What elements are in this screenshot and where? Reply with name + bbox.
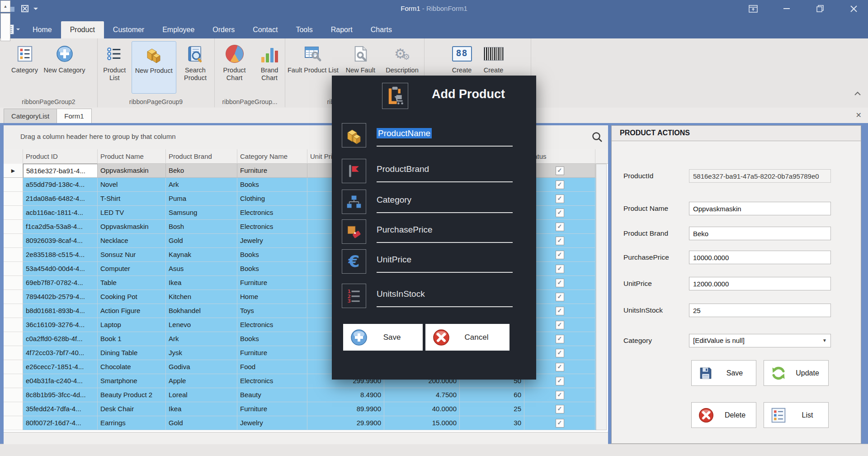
column-header-product-name[interactable]: Product Name <box>98 149 166 164</box>
cell-brand[interactable]: Asus <box>166 262 237 276</box>
category-dropdown[interactable]: [EditValue is null]▼ <box>689 334 831 347</box>
status-checkbox[interactable]: ✓ <box>556 166 564 175</box>
cell-id[interactable]: 7894402b-2579-4... <box>23 290 98 304</box>
cell-units[interactable]: 60 <box>460 388 524 402</box>
ribbon-button-category[interactable]: Category <box>9 41 41 94</box>
dialog-save-button[interactable]: Save <box>343 324 423 351</box>
cell-unit-price[interactable]: 89.9900 <box>307 402 384 416</box>
status-checkbox[interactable]: ✓ <box>556 237 564 245</box>
status-checkbox[interactable]: ✓ <box>556 265 564 273</box>
cell-category[interactable]: Electronics <box>237 206 307 220</box>
horizontal-scrollbar[interactable] <box>4 432 608 444</box>
cell-name[interactable]: Oppvaskmaskin <box>98 164 166 178</box>
status-checkbox[interactable]: ✓ <box>556 279 564 287</box>
status-checkbox[interactable]: ✓ <box>556 405 564 413</box>
scroll-up-icon[interactable]: ▲ <box>0 0 10 12</box>
status-checkbox[interactable]: ✓ <box>556 391 564 399</box>
ribbon-tab-home[interactable]: Home <box>24 21 61 38</box>
cell-name[interactable]: Action Figure <box>98 304 166 318</box>
cell-category[interactable]: Furniture <box>237 402 307 416</box>
document-tab-form1[interactable]: Form1 <box>57 109 91 123</box>
cell-status[interactable]: ✓ <box>524 416 595 430</box>
cell-category[interactable]: Books <box>237 332 307 346</box>
cell-brand[interactable]: Puma <box>166 192 237 206</box>
cell-category[interactable]: Toys <box>237 304 307 318</box>
panel-input-product-brand[interactable] <box>689 227 831 240</box>
status-checkbox[interactable]: ✓ <box>556 321 564 329</box>
cell-id[interactable]: a55dd79d-138c-4... <box>23 178 98 192</box>
field-text-productname[interactable]: ProductName <box>377 128 432 138</box>
cell-name[interactable]: Dining Table <box>98 346 166 360</box>
table-row[interactable]: 35fedd24-7dfa-4...Desk ChairIkeaFurnitur… <box>4 402 599 416</box>
status-checkbox[interactable]: ✓ <box>556 180 564 189</box>
cell-unit-price[interactable]: 8.4900 <box>307 388 384 402</box>
cell-brand[interactable]: Gold <box>166 416 237 430</box>
cell-id[interactable]: 69eb7f87-0782-4... <box>23 276 98 290</box>
ribbon-button-new-product[interactable]: New Product <box>132 41 176 94</box>
cell-name[interactable]: Smartphone <box>98 374 166 388</box>
status-checkbox[interactable]: ✓ <box>556 251 564 259</box>
save-button[interactable]: Save <box>691 360 756 386</box>
cell-brand[interactable]: Bokhandel <box>166 304 237 318</box>
cell-name[interactable]: Oppvaskmaskin <box>98 220 166 234</box>
restore-icon[interactable] <box>814 3 826 14</box>
dialog-cancel-button[interactable]: Cancel <box>425 324 509 351</box>
cell-purchase-price[interactable]: 40.0000 <box>384 402 460 416</box>
cell-category[interactable]: Books <box>237 262 307 276</box>
cell-brand[interactable]: Kaynak <box>166 248 237 262</box>
cell-id[interactable]: f1ca2d5a-53a8-4... <box>23 220 98 234</box>
cell-brand[interactable]: Samsung <box>166 206 237 220</box>
cell-id[interactable]: 5816e327-ba91-4... <box>23 164 98 178</box>
panel-input-unitsinstock[interactable] <box>689 304 831 317</box>
cell-purchase-price[interactable]: 4.7500 <box>384 388 460 402</box>
cell-category[interactable]: Electronics <box>237 318 307 332</box>
status-checkbox[interactable]: ✓ <box>556 209 564 217</box>
cell-category[interactable]: Beauty <box>237 388 307 402</box>
status-checkbox[interactable]: ✓ <box>556 195 564 203</box>
status-checkbox[interactable]: ✓ <box>556 223 564 231</box>
cell-brand[interactable]: Ikea <box>166 402 237 416</box>
status-checkbox[interactable]: ✓ <box>556 363 564 371</box>
cell-name[interactable]: Novel <box>98 178 166 192</box>
cell-category[interactable]: Electronics <box>237 220 307 234</box>
field-text-unitsinstock[interactable]: UnitsInStock <box>377 289 425 299</box>
cell-brand[interactable]: Bosh <box>166 220 237 234</box>
column-header-category-name[interactable]: Category Name <box>237 149 307 164</box>
ribbon-button-product-chart[interactable]: Product Chart <box>215 41 254 94</box>
cell-category[interactable]: Furniture <box>237 164 307 178</box>
cell-name[interactable]: Earrings <box>98 416 166 430</box>
ribbon-tab-orders[interactable]: Orders <box>203 21 244 38</box>
ribbon-button-search-product[interactable]: Search Product <box>176 41 214 94</box>
cell-purchase-price[interactable]: 15.0000 <box>384 416 460 430</box>
panel-input-unitprice[interactable] <box>689 277 831 290</box>
cell-id[interactable]: 4f72cc03-7bf7-40... <box>23 346 98 360</box>
cell-id[interactable]: c0a2ffd0-628b-4f... <box>23 332 98 346</box>
ribbon-tab-contact[interactable]: Contact <box>244 21 287 38</box>
cell-id[interactable]: 2e835188-c515-4... <box>23 248 98 262</box>
cell-category[interactable]: Furniture <box>237 276 307 290</box>
cell-id[interactable]: acb116ac-1811-4... <box>23 206 98 220</box>
table-row[interactable]: 80f0072f-16d7-4...EarringsGoldJewelry29.… <box>4 416 599 430</box>
cell-id[interactable]: 21da08a6-6482-4... <box>23 192 98 206</box>
list-button[interactable]: List <box>764 402 829 428</box>
field-text-purchaseprice[interactable]: PurchasePrice <box>377 225 433 235</box>
status-checkbox[interactable]: ✓ <box>556 377 564 385</box>
ribbon-button-brand-chart[interactable]: Brand Chart <box>254 41 285 94</box>
cell-brand[interactable]: Jysk <box>166 346 237 360</box>
cell-brand[interactable]: Godiva <box>166 360 237 374</box>
cell-name[interactable]: Table <box>98 276 166 290</box>
cell-category[interactable]: Furniture <box>237 346 307 360</box>
ribbon-tab-product[interactable]: Product <box>61 21 104 38</box>
cell-unit-price[interactable]: 29.9900 <box>307 416 384 430</box>
cell-id[interactable]: 8c8b1b95-3fcc-4d... <box>23 388 98 402</box>
document-tab-categorylist[interactable]: CategoryList <box>4 109 57 123</box>
cell-name[interactable]: LED TV <box>98 206 166 220</box>
cell-name[interactable]: Beauty Product 2 <box>98 388 166 402</box>
status-checkbox[interactable]: ✓ <box>556 335 564 343</box>
status-checkbox[interactable]: ✓ <box>556 419 564 428</box>
cell-status[interactable]: ✓ <box>524 388 595 402</box>
vertical-scrollbar[interactable] <box>596 164 607 430</box>
ribbon-button-product-list[interactable]: Product List <box>98 41 132 94</box>
cell-name[interactable]: Cooking Pot <box>98 290 166 304</box>
field-text-productbrand[interactable]: ProductBrand <box>377 164 429 174</box>
